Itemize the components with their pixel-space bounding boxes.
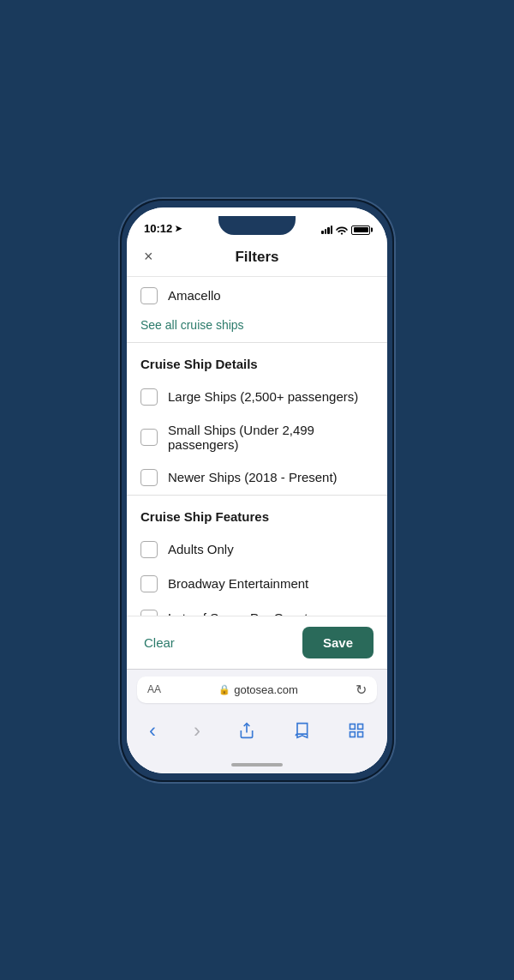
wifi-icon bbox=[336, 225, 348, 235]
back-button[interactable]: ‹ bbox=[142, 715, 163, 746]
svg-rect-1 bbox=[350, 724, 356, 729]
broadway-label: Broadway Entertainment bbox=[168, 576, 308, 591]
phone-frame: 10:12 ➤ bbox=[120, 199, 394, 782]
filter-title: Filters bbox=[235, 249, 278, 266]
amacello-label: Amacello bbox=[168, 288, 221, 303]
bottom-nav: ‹ › bbox=[127, 710, 387, 756]
filter-item-newer: Newer Ships (2018 - Present) bbox=[127, 460, 387, 495]
adults-only-label: Adults Only bbox=[168, 542, 234, 556]
broadway-checkbox[interactable] bbox=[140, 575, 158, 592]
location-icon: ➤ bbox=[175, 224, 182, 233]
filters-body: Amacello See all cruise ships Cruise Shi… bbox=[127, 277, 387, 616]
forward-button[interactable]: › bbox=[187, 715, 207, 746]
newer-ships-label: Newer Ships (2018 - Present) bbox=[168, 470, 338, 484]
filter-item-broadway: Broadway Entertainment bbox=[127, 567, 387, 601]
newer-ships-checkbox[interactable] bbox=[140, 469, 158, 486]
clear-button[interactable]: Clear bbox=[140, 632, 178, 653]
features-section-header: Cruise Ship Features bbox=[127, 496, 387, 532]
save-button[interactable]: Save bbox=[302, 627, 374, 658]
filter-item-space: Lots of Space Per Guest bbox=[127, 601, 387, 616]
large-ships-label: Large Ships (2,500+ passengers) bbox=[168, 389, 358, 404]
svg-rect-4 bbox=[350, 731, 356, 737]
notch bbox=[218, 216, 296, 235]
home-indicator bbox=[127, 756, 387, 773]
url-bar: AA 🔒 gotosea.com ↻ bbox=[137, 676, 377, 703]
browser-bar: AA 🔒 gotosea.com ↻ bbox=[127, 669, 387, 710]
home-bar bbox=[231, 763, 283, 767]
svg-rect-3 bbox=[358, 731, 363, 737]
details-section-header: Cruise Ship Details bbox=[127, 343, 387, 380]
bookmarks-icon bbox=[293, 722, 310, 739]
back-icon: ‹ bbox=[149, 718, 156, 743]
adults-only-checkbox[interactable] bbox=[140, 541, 158, 558]
tabs-icon bbox=[348, 722, 365, 739]
lock-icon: 🔒 bbox=[218, 684, 230, 695]
status-time: 10:12 ➤ bbox=[144, 222, 182, 235]
ship-item-amacello: Amacello bbox=[127, 277, 387, 315]
small-ships-checkbox[interactable] bbox=[140, 429, 158, 446]
screen-content: × Filters Amacello See all cruise ships … bbox=[127, 238, 387, 773]
tabs-button[interactable] bbox=[341, 718, 372, 743]
filter-item-small: Small Ships (Under 2,499 passengers) bbox=[127, 414, 387, 460]
time-display: 10:12 bbox=[144, 222, 172, 235]
filter-header: × Filters bbox=[127, 238, 387, 277]
url-text-value[interactable]: gotosea.com bbox=[234, 683, 297, 696]
see-all-link[interactable]: See all cruise ships bbox=[127, 315, 387, 343]
svg-rect-2 bbox=[358, 724, 363, 729]
aa-text[interactable]: AA bbox=[147, 683, 161, 695]
bookmarks-button[interactable] bbox=[286, 718, 317, 743]
large-ships-checkbox[interactable] bbox=[140, 388, 158, 406]
forward-icon: › bbox=[194, 718, 200, 743]
share-button[interactable] bbox=[231, 718, 262, 743]
phone-screen: 10:12 ➤ bbox=[127, 207, 387, 773]
filter-footer: Clear Save bbox=[127, 616, 387, 669]
signal-icon bbox=[321, 225, 332, 234]
amacello-checkbox[interactable] bbox=[140, 287, 158, 304]
share-icon bbox=[238, 722, 255, 739]
filter-item-adults: Adults Only bbox=[127, 532, 387, 567]
battery-icon bbox=[351, 225, 370, 235]
lots-of-space-checkbox[interactable] bbox=[140, 610, 158, 616]
refresh-icon[interactable]: ↻ bbox=[356, 682, 367, 698]
small-ships-label: Small Ships (Under 2,499 passengers) bbox=[168, 423, 374, 452]
url-display: 🔒 gotosea.com bbox=[218, 683, 297, 696]
close-button[interactable]: × bbox=[140, 244, 157, 269]
filter-item-large: Large Ships (2,500+ passengers) bbox=[127, 380, 387, 414]
status-icons bbox=[321, 225, 370, 235]
